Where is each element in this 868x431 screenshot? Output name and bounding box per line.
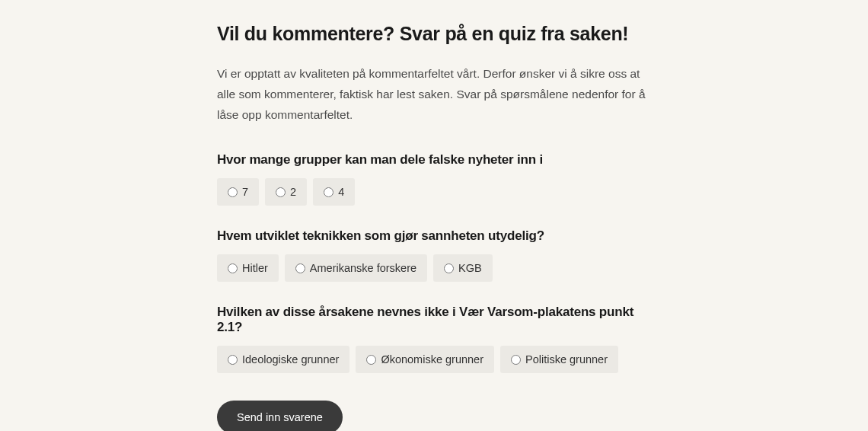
radio-input[interactable] xyxy=(276,187,286,197)
option-label: 2 xyxy=(290,186,296,198)
option[interactable]: Amerikanske forskere xyxy=(285,254,427,282)
option-label: Hitler xyxy=(242,262,268,274)
option[interactable]: KGB xyxy=(433,254,493,282)
radio-input[interactable] xyxy=(444,263,454,273)
question-1: Hvor mange grupper kan man dele falske n… xyxy=(217,152,651,206)
question-options: Ideologiske grunner Økonomiske grunner P… xyxy=(217,346,651,373)
question-text: Hvilken av disse årsakene nevnes ikke i … xyxy=(217,305,651,335)
radio-input[interactable] xyxy=(228,355,238,365)
question-3: Hvilken av disse årsakene nevnes ikke i … xyxy=(217,305,651,373)
question-options: 7 2 4 xyxy=(217,178,651,206)
option-label: Ideologiske grunner xyxy=(242,353,339,366)
option[interactable]: Økonomiske grunner xyxy=(356,346,494,373)
radio-input[interactable] xyxy=(228,263,238,273)
option[interactable]: 4 xyxy=(313,178,355,206)
option[interactable]: 7 xyxy=(217,178,259,206)
radio-input[interactable] xyxy=(295,263,305,273)
option[interactable]: Ideologiske grunner xyxy=(217,346,349,373)
question-text: Hvem utviklet teknikken som gjør sannhet… xyxy=(217,228,651,244)
option[interactable]: 2 xyxy=(265,178,307,206)
option[interactable]: Hitler xyxy=(217,254,279,282)
option-label: 7 xyxy=(242,186,248,198)
question-text: Hvor mange grupper kan man dele falske n… xyxy=(217,152,651,168)
quiz-heading: Vil du kommentere? Svar på en quiz fra s… xyxy=(217,23,651,45)
question-2: Hvem utviklet teknikken som gjør sannhet… xyxy=(217,228,651,282)
option-label: 4 xyxy=(338,186,344,198)
radio-input[interactable] xyxy=(324,187,333,197)
option-label: Økonomiske grunner xyxy=(381,353,483,366)
submit-button[interactable]: Send inn svarene xyxy=(217,401,343,431)
radio-input[interactable] xyxy=(366,355,376,365)
question-options: Hitler Amerikanske forskere KGB xyxy=(217,254,651,282)
radio-input[interactable] xyxy=(511,355,521,365)
option-label: Politiske grunner xyxy=(525,353,608,366)
quiz-intro: Vi er opptatt av kvaliteten på kommentar… xyxy=(217,63,651,125)
option-label: Amerikanske forskere xyxy=(310,262,416,274)
quiz-container: Vil du kommentere? Svar på en quiz fra s… xyxy=(217,0,651,431)
radio-input[interactable] xyxy=(228,187,238,197)
option[interactable]: Politiske grunner xyxy=(500,346,618,373)
option-label: KGB xyxy=(458,262,482,274)
